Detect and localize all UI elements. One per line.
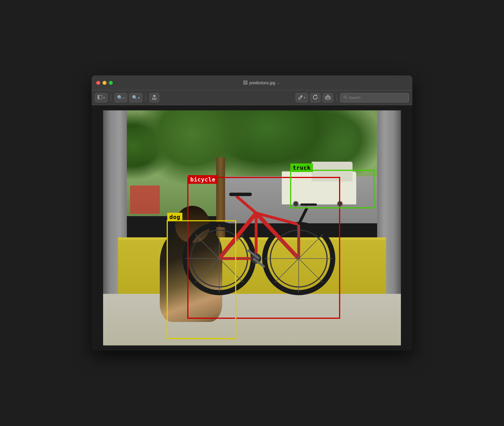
toolbar: ▾ 🔍 − 🔍 +: [92, 90, 412, 105]
image-area: bicycle truck dog: [92, 105, 412, 351]
toolbox-icon: [325, 95, 330, 100]
bicycle-label: bicycle: [188, 175, 218, 184]
minus-icon: −: [123, 96, 125, 99]
title-text: predictions.jpg: [249, 81, 275, 85]
rotate-icon: [313, 95, 318, 101]
pen-tool-button[interactable]: ▾: [296, 93, 308, 102]
bicycle-svg: [157, 162, 344, 298]
traffic-lights: [96, 81, 113, 85]
share-button[interactable]: [149, 93, 159, 102]
svg-line-17: [236, 196, 256, 213]
motorcycle-shape: [130, 185, 160, 214]
svg-rect-18: [229, 193, 252, 196]
share-icon: [152, 95, 157, 101]
main-window: 🖼 predictions.jpg ⌄ ▾ 🔍 − 🔍 +: [92, 75, 412, 351]
search-icon: [343, 95, 347, 100]
close-button[interactable]: [96, 81, 100, 85]
porch-floor: [103, 294, 401, 345]
toolbox-button[interactable]: [323, 93, 333, 102]
zoom-in-button[interactable]: 🔍 +: [129, 93, 142, 102]
separator-2: [146, 94, 146, 101]
dog-label: dog: [167, 213, 183, 221]
plus-icon: +: [138, 96, 139, 99]
window-title: 🖼 predictions.jpg ⌄: [115, 80, 408, 85]
zoom-out-icon: 🔍: [117, 95, 123, 100]
pen-chevron-icon: ▾: [304, 96, 305, 99]
image-container: bicycle truck dog: [103, 110, 401, 345]
rotate-button[interactable]: [310, 93, 320, 102]
svg-line-6: [346, 98, 347, 99]
prediction-image: bicycle truck dog: [103, 110, 401, 345]
file-icon: 🖼: [243, 80, 248, 85]
maximize-button[interactable]: [109, 81, 113, 85]
sidebar-icon: [98, 95, 102, 100]
sidebar-toggle-button[interactable]: ▾: [95, 93, 107, 102]
chevron-down-icon[interactable]: ⌄: [277, 81, 280, 85]
svg-line-19: [299, 208, 307, 224]
zoom-in-icon: 🔍: [132, 95, 138, 100]
separator-1: [111, 94, 111, 101]
zoom-out-button[interactable]: 🔍 −: [115, 93, 127, 102]
search-input[interactable]: [349, 95, 406, 100]
separator-3: [336, 94, 337, 101]
pen-icon: [298, 95, 303, 100]
chevron-down-icon: ▾: [103, 96, 105, 99]
truck-label: truck: [290, 163, 313, 172]
minimize-button[interactable]: [103, 81, 107, 85]
titlebar: 🖼 predictions.jpg ⌄: [92, 75, 412, 90]
search-field[interactable]: [340, 93, 409, 102]
